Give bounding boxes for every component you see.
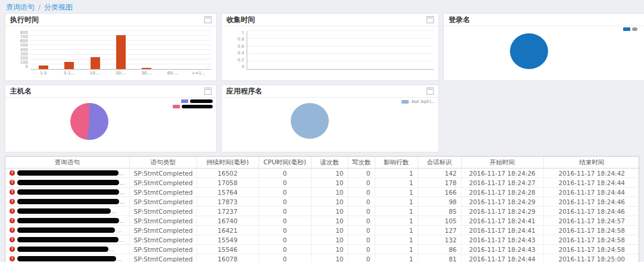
table-row[interactable]: !…SP:StmtCompleted1787301001982016-11-17… [5,197,640,207]
bar-slot [160,31,185,69]
cell-end: 2016-11-17 18:24:57 [543,216,640,226]
query-redaction-bar [17,208,111,214]
query-redaction-bar [17,256,116,261]
query-redaction-bar [17,199,119,204]
panel-header: 收集时间 [222,14,438,26]
query-ellipsis: … [116,227,121,233]
panel-title: 登录名 [449,15,470,25]
bar[interactable] [91,57,100,69]
column-header-rows_affected[interactable]: 影响行数 [375,157,418,169]
column-header-session[interactable]: 会话标识 [418,157,461,169]
cell-query: !… [5,226,129,235]
bar-slot [186,31,211,69]
cell-rows_affected: 1 [375,245,418,254]
cell-end: 2016-11-17 18:24:58 [543,226,640,235]
column-header-reads[interactable]: 读次数 [311,157,348,169]
collect-time-chart: 10.80.60.40.20 [222,26,438,70]
breadcrumb-link-category-view[interactable]: 分类视图 [44,3,73,11]
bar[interactable] [39,66,48,69]
cell-cpu: 0 [259,197,311,207]
cell-rows_affected: 1 [375,207,418,216]
cell-start: 2016-11-17 18:24:28 [461,188,543,197]
query-cell: !… [10,170,125,176]
table-row[interactable]: !…SP:StmtCompleted15764010011662016-11-1… [5,188,640,197]
table-row[interactable]: !…SP:StmtCompleted16502010011422016-11-1… [5,169,640,178]
expand-icon[interactable] [204,88,211,95]
exec-time-plot [30,31,211,70]
query-link[interactable]: … [17,170,125,176]
column-header-duration[interactable]: 持续时间(毫秒) [197,157,259,169]
warning-icon: ! [10,218,15,223]
legend-item[interactable] [181,99,213,103]
cell-session: 85 [418,207,461,216]
legend-item[interactable] [623,27,637,31]
query-redaction-bar [17,247,108,252]
query-link[interactable]: … [17,218,125,224]
cell-query: !… [5,254,129,262]
query-link[interactable]: … [17,227,125,233]
cell-type: SP:StmtCompleted [129,188,197,197]
table-row[interactable]: !…SP:StmtCompleted15549010011322016-11-1… [5,235,640,245]
cell-session: 81 [418,254,461,262]
panel-app-name: 应用程序名 .Net SqlCl... [221,85,439,152]
column-header-cpu[interactable]: CPU时间(毫秒) [259,157,311,169]
cell-cpu: 0 [259,235,311,245]
cell-duration: 15546 [197,245,259,254]
bar[interactable] [116,35,126,69]
y-axis-label: 0.8 [238,38,244,42]
cell-writes: 0 [348,207,375,216]
cell-type: SP:StmtCompleted [129,169,197,178]
query-link[interactable]: … [17,199,125,205]
expand-icon[interactable] [427,88,434,95]
table-row[interactable]: !…SP:StmtCompleted1607801001812016-11-17… [5,254,640,262]
query-link[interactable]: … [17,256,125,262]
cell-query: !… [5,245,129,254]
table-header-row: 查询语句语句类型持续时间(毫秒)CPU时间(毫秒)读次数写次数影响行数会话标识开… [5,157,640,169]
bar[interactable] [64,62,74,69]
query-link[interactable]: … [17,180,125,186]
gridline [247,38,434,39]
cell-type: SP:StmtCompleted [129,178,197,188]
table-row[interactable]: !…SP:StmtCompleted16421010011272016-11-1… [5,226,640,235]
cell-cpu: 0 [259,216,311,226]
breadcrumb-link-query-statements[interactable]: 查询语句 [6,3,35,11]
cell-start: 2016-11-17 18:24:26 [461,169,543,178]
gridline [247,30,434,31]
table-row[interactable]: !…SP:StmtCompleted1554601001862016-11-17… [5,245,640,254]
y-axis-label: 1 [242,31,244,35]
expand-icon[interactable] [427,16,434,23]
column-header-writes[interactable]: 写次数 [348,157,375,169]
cell-session: 178 [418,178,461,188]
host-name-pie[interactable] [70,103,108,140]
query-ellipsis: … [109,247,114,252]
cell-start: 2016-11-17 18:24:29 [461,197,543,207]
column-header-start[interactable]: 开始时间 [461,157,543,169]
column-header-query[interactable]: 查询语句 [5,157,129,169]
query-link[interactable]: … [17,247,125,252]
cell-rows_affected: 1 [375,188,418,197]
query-link[interactable]: … [17,237,125,243]
bar[interactable] [142,68,151,69]
expand-icon[interactable] [204,16,211,23]
cell-start: 2016-11-17 18:24:27 [461,178,543,188]
query-redaction-bar [17,180,119,185]
query-link[interactable]: … [17,208,125,214]
warning-icon: ! [10,256,15,261]
cell-duration: 15549 [197,235,259,245]
legend-item[interactable] [173,105,213,108]
x-axis-label: 60-... [160,71,185,76]
table-row[interactable]: !…SP:StmtCompleted17058010011782016-11-1… [5,178,640,188]
cell-cpu: 0 [259,254,311,262]
column-header-type[interactable]: 语句类型 [129,157,197,169]
app-name-pie[interactable] [291,103,329,139]
bar-slot [134,31,160,69]
query-ellipsis: … [120,218,125,224]
collect-time-y-axis: 10.80.60.40.20 [228,31,247,69]
legend-item[interactable]: .Net SqlCl... [402,99,435,104]
cell-duration: 15764 [197,188,259,197]
table-row[interactable]: !…SP:StmtCompleted16740010011052016-11-1… [5,216,640,226]
column-header-end[interactable]: 结束时间 [543,157,640,169]
table-row[interactable]: !…SP:StmtCompleted1723701001852016-11-17… [5,207,640,216]
login-name-pie[interactable] [510,33,548,69]
query-link[interactable]: … [17,189,125,195]
